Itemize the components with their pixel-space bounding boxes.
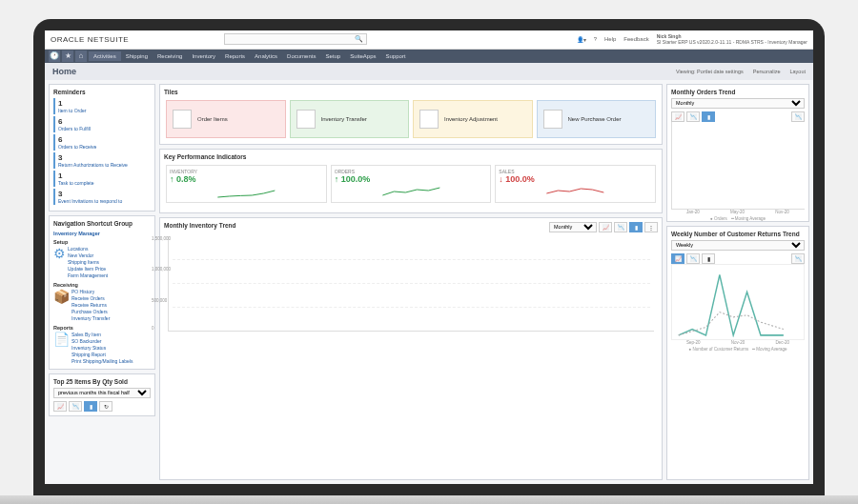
kpi-title: Key Performance Indicators [164,153,658,160]
ret-trend-btn[interactable]: 📉 [791,253,805,264]
nav-support[interactable]: Support [381,51,411,61]
layout-link[interactable]: Layout [789,69,806,74]
help-icon[interactable]: ? [594,36,597,42]
search-icon: 🔍 [355,35,363,43]
top25-portlet: Top 25 Items By Qty Sold previous months… [49,373,155,416]
chart-refresh-btn[interactable]: ↻ [99,401,112,412]
inv-area-btn[interactable]: 📉 [614,222,627,232]
screen: ORACLE NETSUITE 🔍 👤▾ ? Help Feedback Nic… [45,30,813,484]
page-bar: Home Viewing: Portlet date settings Pers… [45,63,813,80]
shortcut-link[interactable]: Shipping Items [68,259,108,266]
returns-trend-title: Weekly Number of Customer Returns Trend [671,231,805,237]
tile-inventory-transfer[interactable]: Inventory Transfer [290,100,410,138]
reports-header: Reports [53,325,151,331]
shortcut-link[interactable]: Purchase Orders [72,309,110,315]
nav-receiving[interactable]: Receiving [153,51,187,61]
viewing-link[interactable]: Viewing: Portlet date settings [676,69,744,74]
user-role: SI Starter ERP US v2020.2.0-11.11 - RDMA… [657,39,807,45]
ord-area-btn[interactable]: 📉 [686,111,700,122]
ret-line-btn[interactable]: 📈 [671,253,684,264]
report-icon: 📄 [53,332,70,365]
search-input[interactable]: 🔍 [224,33,367,45]
orders-trend-title: Monthly Orders Trend [671,89,805,95]
reminder-item[interactable]: 1Item to Order [53,98,151,114]
nav-reports[interactable]: Reports [220,51,250,61]
inv-trend-chart: 1,500,000 1,000,000 500,000 0 [164,232,658,356]
orders-chart: Jan-20May-20Nov-20 ● Orders ━ Moving Ave… [671,122,805,217]
inv-period-select[interactable]: Monthly [549,222,597,232]
nav-suiteapps[interactable]: SuiteApps [345,51,380,61]
chart-bar-btn[interactable]: ▮ [84,401,97,412]
orders-period-select[interactable]: Monthly [671,98,805,109]
feedback-link[interactable]: Feedback [623,36,648,42]
orders-trend-portlet: Monthly Orders Trend Monthly 📈 📉 ▮ 📉 Jan… [666,84,809,222]
shortcut-link[interactable]: PO History [72,289,110,295]
page-title: Home [52,67,76,76]
nav-bar: 🕐 ★ ⌂ ActivitiesShippingReceivingInvento… [45,50,813,63]
reminder-item[interactable]: 3Return Authorizations to Receive [53,152,151,169]
shortcuts-portlet: Navigation Shortcut Group Inventory Mana… [49,215,155,370]
inv-trend-title: Monthly Inventory Trend [164,222,235,229]
tile-order-items[interactable]: Order Items [166,100,286,138]
top25-title: Top 25 Items By Qty Sold [53,378,151,385]
inv-bar-btn[interactable]: ▮ [629,222,643,232]
chart-line-btn[interactable]: 📈 [53,401,67,412]
setup-header: Setup [53,239,151,245]
nav-star-icon[interactable]: ★ [62,50,73,62]
returns-trend-portlet: Weekly Number of Customer Returns Trend … [666,226,809,480]
nav-inventory[interactable]: Inventory [187,51,220,61]
inv-trend-portlet: Monthly Inventory Trend Monthly 📈 📉 ▮ ⋮ … [159,217,663,480]
shortcut-link[interactable]: Update Item Price [68,266,108,272]
tile-new-purchase-order[interactable]: New Purchase Order [537,100,657,138]
shortcut-link[interactable]: Receive Returns [72,302,110,309]
ret-area-btn[interactable]: 📉 [686,253,700,264]
nav-analytics[interactable]: Analytics [250,51,282,61]
receive-icon: 📦 [53,289,70,322]
user-block[interactable]: Nick Singh SI Starter ERP US v2020.2.0-1… [657,33,807,45]
nav-clock-icon[interactable]: 🕐 [49,50,60,62]
nav-shipping[interactable]: Shipping [121,51,153,61]
shortcut-link[interactable]: SO Backorder [72,338,133,345]
shortcut-link[interactable]: Shipping Report [72,352,133,358]
inv-line-btn[interactable]: 📈 [599,222,612,232]
shortcut-link[interactable]: Receive Orders [72,295,110,302]
shortcut-link[interactable]: Farm Management [68,272,108,279]
role-link[interactable]: Inventory Manager [53,231,100,236]
reminder-item[interactable]: 6Orders to Receive [53,134,151,151]
tile-inventory-adjustment[interactable]: Inventory Adjustment [413,100,533,138]
reminders-portlet: Reminders 1Item to Order6Orders to Fulfi… [49,84,155,212]
receiving-header: Receiving [53,282,151,288]
laptop-base [0,495,858,505]
laptop-frame: ORACLE NETSUITE 🔍 👤▾ ? Help Feedback Nic… [33,19,825,495]
reminder-item[interactable]: 1Task to complete [53,171,151,187]
kpi-card: Inventory↑ 0.8% [166,165,327,203]
shortcut-link[interactable]: Locations [68,246,108,252]
gear-icon: ⚙ [53,246,66,279]
top25-period-select[interactable]: previous months this fiscal half [53,388,151,398]
inv-opt-btn[interactable]: ⋮ [644,222,658,232]
logo: ORACLE NETSUITE [51,35,129,44]
help-link[interactable]: Help [604,36,616,42]
top-right: 👤▾ ? Help Feedback Nick Singh SI Starter… [577,33,807,45]
ord-bar-btn[interactable]: ▮ [702,111,715,122]
ord-trend-btn[interactable]: 📉 [791,111,805,122]
reminder-item[interactable]: 6Orders to Fulfill [53,116,151,132]
ret-bar-btn[interactable]: ▮ [702,253,715,264]
nav-documents[interactable]: Documents [282,51,320,61]
nav-setup[interactable]: Setup [320,51,345,61]
personalize-link[interactable]: Personalize [753,69,781,74]
shortcut-link[interactable]: Print Shipping/Mailing Labels [72,358,133,365]
reminder-item[interactable]: 3Event Invitations to respond to [53,189,151,205]
returns-period-select[interactable]: Weekly [671,240,805,251]
shortcut-link[interactable]: Sales By Item [72,332,133,338]
shortcut-link[interactable]: New Vendor [68,252,108,259]
shortcut-link[interactable]: Inventory Transfer [72,315,110,322]
returns-chart [671,264,805,340]
user-icon[interactable]: 👤▾ [577,36,586,43]
nav-home-icon[interactable]: ⌂ [75,50,87,62]
shortcut-link[interactable]: Inventory Status [72,345,133,352]
nav-activities[interactable]: Activities [89,51,121,61]
kpi-portlet: Key Performance Indicators Inventory↑ 0.… [159,149,663,213]
chart-area-btn[interactable]: 📉 [69,401,82,412]
ord-line-btn[interactable]: 📈 [671,111,684,122]
